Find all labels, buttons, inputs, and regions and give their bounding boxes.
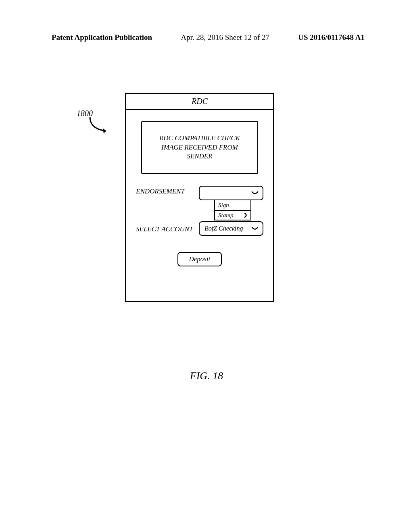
check-image-placeholder: RDC COMPATIBLE CHECK IMAGE RECEIVED FROM… — [141, 121, 258, 174]
option-sign-label: Sign — [218, 202, 229, 209]
endorsement-group: Sign Stamp — [199, 186, 263, 200]
endorsement-label: ENDORSEMENT — [136, 186, 185, 195]
endorsement-option-sign[interactable]: Sign — [215, 200, 250, 210]
account-row: SELECT ACCOUNT BofZ Checking — [136, 221, 263, 236]
account-value: BofZ Checking — [204, 225, 243, 232]
app-title-bar: RDC — [126, 94, 273, 110]
check-image-text: RDC COMPATIBLE CHECK IMAGE RECEIVED FROM… — [149, 134, 250, 162]
deposit-row: Deposit — [136, 252, 263, 266]
deposit-label: Deposit — [189, 255, 211, 263]
chevron-down-icon — [251, 226, 259, 231]
chevron-down-icon — [251, 191, 259, 195]
account-dropdown[interactable]: BofZ Checking — [199, 221, 263, 236]
endorsement-dropdown[interactable] — [199, 186, 263, 200]
app-title: RDC — [192, 97, 208, 106]
endorsement-row: ENDORSEMENT Sign Stamp — [136, 186, 263, 200]
figure-caption: FIG. 18 — [0, 370, 413, 382]
device-frame: RDC RDC COMPATIBLE CHECK IMAGE RECEIVED … — [125, 93, 274, 302]
page-header: Patent Application Publication Apr. 28, … — [52, 33, 365, 42]
header-left: Patent Application Publication — [52, 33, 152, 42]
select-account-label: SELECT ACCOUNT — [136, 224, 193, 233]
chevron-right-icon — [244, 212, 248, 218]
endorsement-option-stamp[interactable]: Stamp — [215, 210, 250, 220]
header-right: US 2016/0117648 A1 — [298, 33, 365, 42]
reference-arrow-icon — [87, 115, 115, 135]
option-stamp-label: Stamp — [218, 212, 234, 219]
header-center: Apr. 28, 2016 Sheet 12 of 27 — [181, 33, 269, 42]
app-body: RDC COMPATIBLE CHECK IMAGE RECEIVED FROM… — [126, 110, 273, 274]
endorsement-menu: Sign Stamp — [214, 200, 251, 220]
deposit-button[interactable]: Deposit — [177, 252, 222, 266]
